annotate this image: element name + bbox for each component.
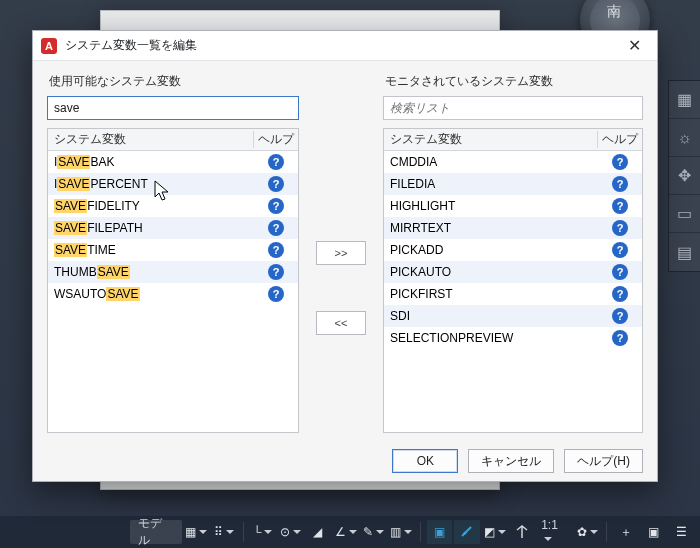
workspace-icon[interactable]: ✿ <box>574 520 600 544</box>
sysvar-name: SAVEFILEPATH <box>48 221 254 235</box>
help-icon[interactable]: ? <box>598 286 642 302</box>
table-row[interactable]: THUMBSAVE? <box>48 261 298 283</box>
menu-icon[interactable]: ☰ <box>668 520 694 544</box>
help-icon[interactable]: ? <box>598 242 642 258</box>
sysvar-name: CMDDIA <box>384 155 598 169</box>
available-panel: 使用可能なシステム変数 システム変数 ヘルプ ISAVEBAK?ISAVEPER… <box>47 73 299 433</box>
polar-icon[interactable]: ⊙ <box>277 520 303 544</box>
dialog-title: システム変数一覧を編集 <box>65 37 617 54</box>
sysvar-name: PICKAUTO <box>384 265 598 279</box>
help-icon[interactable]: ? <box>254 242 298 258</box>
table-row[interactable]: SAVETIME? <box>48 239 298 261</box>
plus-icon[interactable]: ＋ <box>613 520 639 544</box>
monitored-col-name[interactable]: システム変数 <box>384 131 598 148</box>
help-icon[interactable]: ? <box>254 198 298 214</box>
table-row[interactable]: PICKADD? <box>384 239 642 261</box>
table-row[interactable]: WSAUTOSAVE? <box>48 283 298 305</box>
ortho-icon[interactable]: └ <box>250 520 276 544</box>
available-list: システム変数 ヘルプ ISAVEBAK?ISAVEPERCENT?SAVEFID… <box>47 128 299 433</box>
table-row[interactable]: SELECTIONPREVIEW? <box>384 327 642 349</box>
dialog-close-button[interactable]: ✕ <box>617 34 651 58</box>
help-button[interactable]: ヘルプ(H) <box>564 449 643 473</box>
help-icon[interactable]: ? <box>598 198 642 214</box>
angle-icon[interactable]: ∠ <box>333 520 359 544</box>
monitored-list-body[interactable]: CMDDIA?FILEDIA?HIGHLIGHT?MIRRTEXT?PICKAD… <box>384 151 642 432</box>
monitored-label: モニタされているシステム変数 <box>383 73 643 90</box>
sysvar-name: HIGHLIGHT <box>384 199 598 213</box>
table-row[interactable]: SDI? <box>384 305 642 327</box>
help-icon[interactable]: ? <box>254 220 298 236</box>
available-col-help[interactable]: ヘルプ <box>254 131 298 148</box>
table-row[interactable]: PICKAUTO? <box>384 261 642 283</box>
add-button[interactable]: >> <box>316 241 366 265</box>
autocad-badge-icon: A <box>41 38 57 54</box>
annotation-scale-icon[interactable] <box>510 520 536 544</box>
table-row[interactable]: FILEDIA? <box>384 173 642 195</box>
table-row[interactable]: PICKFIRST? <box>384 283 642 305</box>
sysvar-name: MIRRTEXT <box>384 221 598 235</box>
help-icon[interactable]: ? <box>598 220 642 236</box>
sysvar-name: PICKADD <box>384 243 598 257</box>
help-icon[interactable]: ? <box>254 176 298 192</box>
help-icon[interactable]: ? <box>598 176 642 192</box>
right-dock: ▦ ☼ ✥ ▭ ▤ <box>668 80 700 272</box>
sysvar-name: SDI <box>384 309 598 323</box>
dynamic-input-icon[interactable]: ▣ <box>427 520 453 544</box>
sysvar-editor-dialog: A システム変数一覧を編集 ✕ 使用可能なシステム変数 システム変数 ヘルプ I… <box>32 30 658 482</box>
dialog-body: 使用可能なシステム変数 システム変数 ヘルプ ISAVEBAK?ISAVEPER… <box>33 61 657 441</box>
table-row[interactable]: SAVEFIDELITY? <box>48 195 298 217</box>
svg-point-0 <box>464 532 467 535</box>
monitored-panel: モニタされているシステム変数 システム変数 ヘルプ CMDDIA?FILEDIA… <box>383 73 643 433</box>
statusbar: モデル ▦ ⠿ └ ⊙ ◢ ∠ ✎ ▥ ▣ ◩ 1:1 ✿ ＋ ▣ ☰ <box>0 516 700 548</box>
help-icon[interactable]: ? <box>598 154 642 170</box>
scale-value[interactable]: 1:1 <box>537 518 572 546</box>
table-row[interactable]: ISAVEPERCENT? <box>48 173 298 195</box>
grid-display-icon[interactable]: ▦ <box>184 520 210 544</box>
monitored-list-header: システム変数 ヘルプ <box>384 129 642 151</box>
table-row[interactable]: ISAVEBAK? <box>48 151 298 173</box>
monitored-list: システム変数 ヘルプ CMDDIA?FILEDIA?HIGHLIGHT?MIRR… <box>383 128 643 433</box>
dialog-footer: OK キャンセル ヘルプ(H) <box>33 441 657 481</box>
help-icon[interactable]: ? <box>254 154 298 170</box>
mode-tab-model[interactable]: モデル <box>130 520 182 544</box>
monitored-col-help[interactable]: ヘルプ <box>598 131 642 148</box>
table-row[interactable]: HIGHLIGHT? <box>384 195 642 217</box>
available-list-body[interactable]: ISAVEBAK?ISAVEPERCENT?SAVEFIDELITY?SAVEF… <box>48 151 298 432</box>
snap-mode-icon[interactable]: ⠿ <box>211 520 237 544</box>
ok-button[interactable]: OK <box>392 449 458 473</box>
sysvar-name: ISAVEBAK <box>48 155 254 169</box>
compass-label: 南 <box>607 3 623 19</box>
otrack-icon[interactable]: ▥ <box>388 520 414 544</box>
transparency-icon[interactable]: ◩ <box>482 520 508 544</box>
monitored-search-input[interactable] <box>383 96 643 120</box>
dock-orbit-icon[interactable]: ☼ <box>669 119 700 157</box>
isometric-icon[interactable]: ◢ <box>305 520 331 544</box>
sysvar-name: SAVEFIDELITY <box>48 199 254 213</box>
help-icon[interactable]: ? <box>598 264 642 280</box>
help-icon[interactable]: ? <box>254 286 298 302</box>
help-icon[interactable]: ? <box>254 264 298 280</box>
help-icon[interactable]: ? <box>598 330 642 346</box>
cancel-button[interactable]: キャンセル <box>468 449 554 473</box>
available-col-name[interactable]: システム変数 <box>48 131 254 148</box>
sysvar-name: THUMBSAVE <box>48 265 254 279</box>
dock-measure-icon[interactable]: ▭ <box>669 195 700 233</box>
available-search-input[interactable] <box>47 96 299 120</box>
available-list-header: システム変数 ヘルプ <box>48 129 298 151</box>
sysvar-name: ISAVEPERCENT <box>48 177 254 191</box>
dock-pan-icon[interactable]: ✥ <box>669 157 700 195</box>
dock-cube-icon[interactable]: ▦ <box>669 81 700 119</box>
help-icon[interactable]: ? <box>598 308 642 324</box>
remove-button[interactable]: << <box>316 311 366 335</box>
sysvar-name: SAVETIME <box>48 243 254 257</box>
table-row[interactable]: MIRRTEXT? <box>384 217 642 239</box>
table-row[interactable]: CMDDIA? <box>384 151 642 173</box>
osnap-icon[interactable]: ✎ <box>360 520 386 544</box>
sysvar-name: WSAUTOSAVE <box>48 287 254 301</box>
customize-icon[interactable]: ▣ <box>641 520 667 544</box>
transfer-buttons: >> << <box>313 73 369 433</box>
table-row[interactable]: SAVEFILEPATH? <box>48 217 298 239</box>
sysvar-name: PICKFIRST <box>384 287 598 301</box>
lineweight-icon[interactable] <box>454 520 480 544</box>
dock-views-icon[interactable]: ▤ <box>669 233 700 271</box>
